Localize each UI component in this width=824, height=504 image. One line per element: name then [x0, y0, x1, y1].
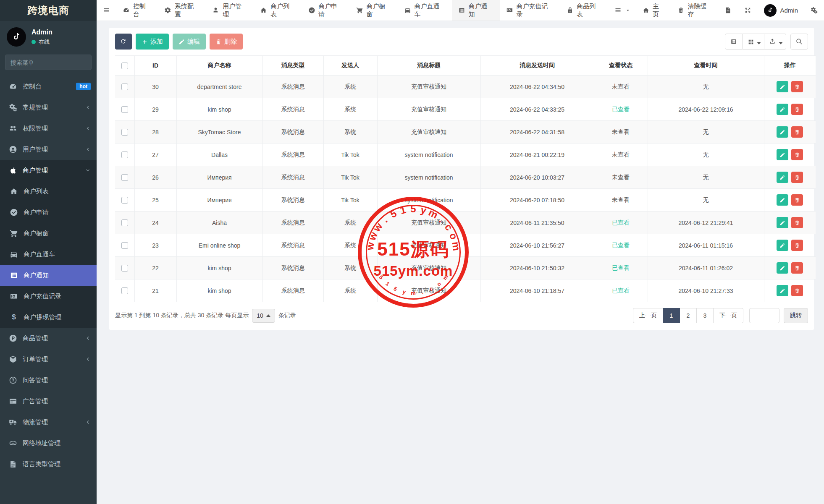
search-toggle-button[interactable]: [790, 34, 808, 50]
topnav-merchant-notice[interactable]: 商户通知: [452, 0, 500, 21]
row-delete-button[interactable]: [791, 194, 803, 206]
page-button-3[interactable]: 3: [697, 308, 714, 323]
row-edit-button[interactable]: [777, 285, 788, 296]
row-edit-button[interactable]: [777, 240, 788, 251]
row-checkbox[interactable]: [121, 106, 128, 113]
sidebar-toggle-button[interactable]: [97, 0, 116, 21]
cell-status: 未查看: [594, 121, 648, 144]
page-button-2[interactable]: 2: [680, 308, 697, 323]
add-button[interactable]: 添加: [136, 34, 169, 50]
row-edit-button[interactable]: [777, 194, 788, 206]
row-delete-button[interactable]: [791, 285, 803, 296]
select-all-header: [115, 56, 134, 76]
sidebar-item-language-type-mgmt[interactable]: 语言类型管理: [0, 454, 97, 475]
row-delete-button[interactable]: [791, 104, 803, 115]
row-checkbox[interactable]: [121, 242, 128, 249]
row-edit-button[interactable]: [777, 172, 788, 183]
row-edit-button[interactable]: [777, 149, 788, 160]
sidebar-item-dashboard[interactable]: 控制台hot: [0, 76, 97, 97]
sidebar-item-merchant-notice[interactable]: 商户通知: [0, 265, 97, 286]
row-checkbox[interactable]: [121, 287, 128, 294]
sidebar-item-merchant-list[interactable]: 商户列表: [0, 181, 97, 202]
page-jump-input[interactable]: [749, 308, 779, 323]
nav-profile[interactable]: Admin: [758, 0, 804, 21]
sidebar-item-order-mgmt[interactable]: 订单管理: [0, 349, 97, 370]
row-edit-button[interactable]: [777, 104, 788, 115]
sidebar-item-logistics-mgmt[interactable]: 物流管理: [0, 412, 97, 433]
sidebar-item-user-mgmt[interactable]: 用户管理: [0, 139, 97, 160]
row-checkbox[interactable]: [121, 265, 128, 272]
next-page-button[interactable]: 下一页: [714, 308, 743, 323]
row-edit-button[interactable]: [777, 126, 788, 138]
topnav-merchant-apply[interactable]: 商户申请: [302, 0, 350, 21]
sidebar-item-network-address-mgmt[interactable]: 网络地址管理: [0, 433, 97, 454]
delete-button[interactable]: 删除: [210, 34, 243, 50]
sidebar-item-ad-mgmt[interactable]: 广告管理: [0, 391, 97, 412]
sidebar-item-goods-mgmt[interactable]: 商品管理: [0, 328, 97, 349]
row-checkbox[interactable]: [121, 219, 128, 226]
topnav-label: 商户充值记录: [517, 3, 554, 18]
page-button-1[interactable]: 1: [663, 308, 680, 323]
cell-sent-at: 2024-06-11 21:35:50: [480, 212, 594, 234]
sidebar-item-merchant-withdraw-mgmt[interactable]: $商户提现管理: [0, 307, 97, 328]
refresh-button[interactable]: [115, 34, 132, 50]
cell-merchant: Империя: [176, 166, 262, 189]
row-delete-button[interactable]: [791, 81, 803, 92]
nav-fullscreen-button[interactable]: [738, 0, 758, 21]
search-input[interactable]: [5, 55, 92, 70]
row-delete-button[interactable]: [791, 126, 803, 138]
row-delete-button[interactable]: [791, 240, 803, 251]
lock-icon: [567, 7, 574, 14]
select-all-checkbox[interactable]: [121, 63, 128, 69]
page-size-select[interactable]: 10: [252, 309, 275, 323]
row-checkbox[interactable]: [121, 151, 128, 158]
row-checkbox[interactable]: [121, 84, 128, 90]
edit-button[interactable]: 编辑: [173, 34, 206, 50]
cell-sent-at: 2024-06-10 21:50:32: [480, 257, 594, 279]
row-delete-button[interactable]: [791, 149, 803, 160]
row-checkbox[interactable]: [121, 174, 128, 181]
topnav-user-mgmt[interactable]: 用户管理: [206, 0, 254, 21]
sidebar-item-merchant-apply[interactable]: 商户申请: [0, 202, 97, 223]
avatar[interactable]: [7, 27, 26, 47]
cell-id: 25: [134, 189, 176, 212]
nav-home[interactable]: 主页: [636, 0, 671, 21]
row-edit-button[interactable]: [777, 81, 788, 92]
sidebar-item-merchant-showcase[interactable]: 商户橱窗: [0, 223, 97, 244]
topnav-goods-list[interactable]: 商品列表: [560, 0, 608, 21]
row-delete-button[interactable]: [791, 217, 803, 228]
sidebar-item-merchant-through-train[interactable]: 商户直通车: [0, 244, 97, 265]
topnav-merchant-recharge-records[interactable]: 商户充值记录: [500, 0, 560, 21]
nav-language-button[interactable]: [718, 0, 738, 21]
topnav-merchant-list[interactable]: 商户列表: [254, 0, 302, 21]
gear-icon: [164, 7, 171, 14]
row-edit-button[interactable]: [777, 217, 788, 228]
page-jump-button[interactable]: 跳转: [784, 308, 808, 323]
sidebar-item-merchant-recharge-records[interactable]: 商户充值记录: [0, 286, 97, 307]
row-edit-button[interactable]: [777, 262, 788, 274]
topnav-console[interactable]: 控制台: [116, 0, 158, 21]
nav-settings-button[interactable]: [804, 0, 824, 21]
topnav-merchant-through-train[interactable]: 商户直通车: [398, 0, 452, 21]
sidebar-item-qa-mgmt[interactable]: 问答管理: [0, 370, 97, 391]
nav-clear-cache[interactable]: 清除缓存: [671, 0, 719, 21]
columns-button[interactable]: [743, 34, 764, 50]
toggle-view-button[interactable]: [725, 34, 743, 50]
topnav-label: 系统配置: [175, 3, 199, 18]
prev-page-button[interactable]: 上一页: [633, 308, 663, 323]
topnav-system-config[interactable]: 系统配置: [158, 0, 206, 21]
topnav-merchant-showcase[interactable]: 商户橱窗: [350, 0, 398, 21]
sidebar-item-general-mgmt[interactable]: 常规管理: [0, 97, 97, 118]
row-delete-button[interactable]: [791, 172, 803, 183]
sidebar-item-merchant-mgmt[interactable]: 商户管理: [0, 160, 97, 181]
cell-viewed-at: 无: [648, 189, 764, 212]
row-checkbox[interactable]: [121, 129, 128, 136]
pencil-icon: [178, 39, 184, 44]
row-delete-button[interactable]: [791, 262, 803, 274]
apple-icon: [9, 166, 17, 175]
sidebar-item-permission-mgmt[interactable]: 权限管理: [0, 118, 97, 139]
export-button[interactable]: [764, 34, 786, 50]
row-checkbox[interactable]: [121, 197, 128, 204]
online-dot-icon: [31, 40, 36, 44]
nav-menu-dropdown[interactable]: [608, 0, 636, 21]
